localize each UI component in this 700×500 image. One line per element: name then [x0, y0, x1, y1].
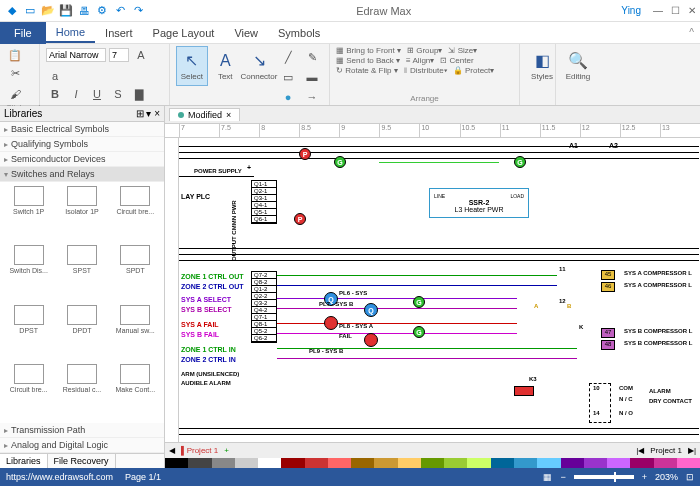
- qat-save-icon[interactable]: 💾: [58, 3, 74, 19]
- sheet-nav-icon[interactable]: ◀: [169, 446, 175, 455]
- shape-item[interactable]: Make Cont...: [111, 364, 160, 419]
- tab-home[interactable]: Home: [46, 23, 95, 43]
- fill-tool-icon[interactable]: ▬: [303, 68, 321, 86]
- term-48[interactable]: 48: [601, 340, 615, 350]
- node-r[interactable]: [324, 316, 338, 330]
- ssr-box[interactable]: LINELOAD SSR-2L3 Heater PWR: [429, 188, 529, 218]
- select-tool[interactable]: ↖Select: [176, 46, 208, 86]
- shape-item[interactable]: Residual c...: [57, 364, 106, 419]
- qat-options-icon[interactable]: ⚙: [94, 3, 110, 19]
- paste-icon[interactable]: 📋: [6, 46, 24, 64]
- node-g[interactable]: G: [413, 296, 425, 308]
- format-painter-icon[interactable]: 🖌: [6, 85, 24, 103]
- lib-cat[interactable]: ▾Switches and Relays: [0, 167, 164, 182]
- center-btn[interactable]: ⊡ Center: [440, 56, 473, 65]
- styles-btn[interactable]: ◧Styles: [526, 46, 558, 86]
- minimize-icon[interactable]: —: [653, 5, 663, 16]
- qat-open-icon[interactable]: 📂: [40, 3, 56, 19]
- qat-redo-icon[interactable]: ↷: [130, 3, 146, 19]
- oval-tool-icon[interactable]: ●: [279, 88, 297, 106]
- cut-icon[interactable]: ✂: [6, 64, 24, 82]
- node-g[interactable]: G: [514, 156, 526, 168]
- shape-item[interactable]: SPST: [57, 245, 106, 300]
- shape-item[interactable]: SPDT: [111, 245, 160, 300]
- tab-pagelayout[interactable]: Page Layout: [143, 24, 225, 42]
- drawing-canvas[interactable]: A1 A2 P G G POWER SUPPLY + LAY PLC OUTPU…: [179, 138, 700, 442]
- shape-item[interactable]: Switch 1P: [4, 186, 53, 241]
- node-g[interactable]: G: [334, 156, 346, 168]
- pen-tool-icon[interactable]: ✎: [303, 48, 321, 66]
- term-47[interactable]: 47: [601, 328, 615, 338]
- side-tab-filerec[interactable]: File Recovery: [48, 454, 116, 468]
- send-back[interactable]: ▦ Send to Back ▾: [336, 56, 400, 65]
- tab-view[interactable]: View: [224, 24, 268, 42]
- qat-print-icon[interactable]: 🖶: [76, 3, 92, 19]
- tab-insert[interactable]: Insert: [95, 24, 143, 42]
- lib-cat[interactable]: ▸Basic Electrical Symbols: [0, 122, 164, 137]
- sheet-nav-first-icon[interactable]: |◀: [636, 446, 644, 455]
- tab-symbols[interactable]: Symbols: [268, 24, 330, 42]
- term-46[interactable]: 46: [601, 282, 615, 292]
- shape-item[interactable]: Manual sw...: [111, 305, 160, 360]
- term-45[interactable]: 45: [601, 270, 615, 280]
- node-p[interactable]: P: [294, 213, 306, 225]
- node-r[interactable]: [364, 333, 378, 347]
- lib-cat[interactable]: ▸Semiconductor Devices: [0, 152, 164, 167]
- sheet-add-icon[interactable]: +: [224, 446, 229, 455]
- underline-icon[interactable]: U: [88, 85, 106, 103]
- rotate-flip[interactable]: ↻ Rotate & Flip ▾: [336, 66, 398, 76]
- shape-item[interactable]: Circuit bre...: [111, 186, 160, 241]
- distribute-btn[interactable]: ⫴ Distribute▾: [404, 66, 447, 76]
- font-name-select[interactable]: [46, 48, 106, 62]
- italic-icon[interactable]: I: [67, 85, 85, 103]
- fit-icon[interactable]: ⊡: [686, 472, 694, 482]
- relay-k3[interactable]: [514, 386, 534, 396]
- rect-tool-icon[interactable]: ▭: [279, 68, 297, 86]
- q-bus-1[interactable]: Q1-1Q2-1Q3-1Q4-1Q5-1Q6-1: [251, 180, 277, 224]
- lib-cat[interactable]: ▸Analog and Digital Logic: [0, 438, 164, 453]
- node-p[interactable]: P: [299, 148, 311, 160]
- view-icon[interactable]: ▦: [543, 472, 552, 482]
- maximize-icon[interactable]: ☐: [671, 5, 680, 16]
- shape-item[interactable]: Switch Dis...: [4, 245, 53, 300]
- group-btn[interactable]: ⊞ Group▾: [407, 46, 442, 55]
- ribbon-collapse-icon[interactable]: ^: [683, 27, 700, 38]
- align-btn[interactable]: ≡ Align▾: [406, 56, 434, 65]
- qat-undo-icon[interactable]: ↶: [112, 3, 128, 19]
- user-name[interactable]: Ying: [621, 5, 641, 16]
- lib-cat[interactable]: ▸Transmission Path: [0, 423, 164, 438]
- editing-btn[interactable]: 🔍Editing: [562, 46, 594, 86]
- tab-close-icon[interactable]: ×: [226, 110, 231, 120]
- bold-icon[interactable]: B: [46, 85, 64, 103]
- protect-btn[interactable]: 🔒 Protect▾: [453, 66, 495, 76]
- font-grow-icon[interactable]: A: [132, 46, 150, 64]
- sheet-tab-2[interactable]: Project 1: [650, 446, 682, 455]
- lib-cat[interactable]: ▸Qualifying Symbols: [0, 137, 164, 152]
- color-palette[interactable]: [165, 458, 700, 468]
- node-q[interactable]: Q: [364, 303, 378, 317]
- lib-menu-icon[interactable]: ⊞ ▾ ×: [136, 108, 160, 119]
- arrow-tool-icon[interactable]: →: [303, 88, 321, 106]
- close-icon[interactable]: ✕: [688, 5, 696, 16]
- qat-new-icon[interactable]: ▭: [22, 3, 38, 19]
- bring-front[interactable]: ▦ Bring to Front ▾: [336, 46, 401, 55]
- zoom-in-icon[interactable]: +: [642, 472, 647, 482]
- shape-item[interactable]: DPST: [4, 305, 53, 360]
- zoom-slider[interactable]: [574, 475, 634, 479]
- connector-tool[interactable]: ↘Connector: [243, 46, 275, 86]
- shape-item[interactable]: DPDT: [57, 305, 106, 360]
- sheet-nav-last-icon[interactable]: ▶|: [688, 446, 696, 455]
- doc-tab[interactable]: Modified×: [169, 108, 240, 121]
- size-btn[interactable]: ⇲ Size▾: [448, 46, 477, 55]
- q-bus-2[interactable]: Q7-2Q8-2Q1-2Q2-2Q3-2Q4-2Q7-1Q8-1Q5-2Q6-2: [251, 271, 277, 343]
- node-g[interactable]: G: [413, 326, 425, 338]
- file-tab[interactable]: File: [0, 22, 46, 44]
- side-tab-libs[interactable]: Libraries: [0, 454, 48, 468]
- strike-icon[interactable]: S: [109, 85, 127, 103]
- shape-item[interactable]: Circuit bre...: [4, 364, 53, 419]
- text-tool[interactable]: AText: [210, 46, 241, 86]
- sheet-tab[interactable]: ▌Project 1: [181, 446, 218, 455]
- line-tool-icon[interactable]: ╱: [279, 48, 297, 66]
- shape-item[interactable]: Isolator 1P: [57, 186, 106, 241]
- highlight-icon[interactable]: ▇: [130, 85, 148, 103]
